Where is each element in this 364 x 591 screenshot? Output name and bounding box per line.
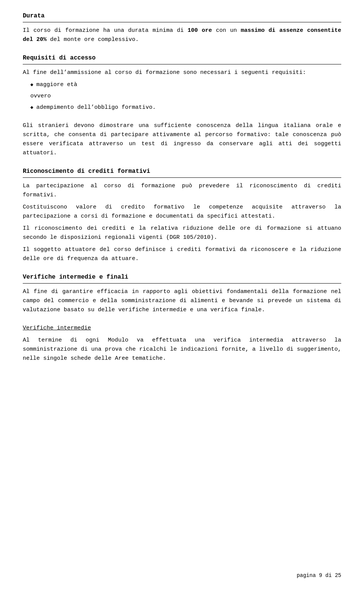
durata-text-2: con un <box>212 27 241 34</box>
requisiti-item-2-text: adempimento dell’obbligo formativo. <box>36 103 156 112</box>
footer-text: pagina 9 di 25 <box>297 572 341 578</box>
requisiti-list: ◆ maggiore età <box>30 80 341 89</box>
stranieri-paragraph: Gli stranieri devono dimostrare una suff… <box>23 121 341 158</box>
durata-text-3: del monte ore complessivo. <box>47 36 139 43</box>
page-footer: pagina 9 di 25 <box>297 572 341 580</box>
verifiche-intermedie-section: Verifiche intermedie Al termine di ogni … <box>23 324 341 363</box>
requisiti-item-1: ◆ maggiore età <box>30 80 341 89</box>
verifiche-intermedie-body: Verifiche intermedie Al termine di ogni … <box>23 324 341 363</box>
diamond-icon-2: ◆ <box>30 104 33 112</box>
ovvero-block: ovvero <box>30 92 341 101</box>
diamond-icon-1: ◆ <box>30 81 33 89</box>
stranieri-section: Gli stranieri devono dimostrare una suff… <box>23 121 341 158</box>
requisiti-body: Al fine dell’ammissione al corso di form… <box>23 68 341 112</box>
durata-section: Durata Il corso di formazione ha una dur… <box>23 11 341 44</box>
crediti-paragraph-1: La partecipazione al corso di formazione… <box>23 182 341 200</box>
requisiti-section: Requisiti di accesso Al fine dell’ammiss… <box>23 53 341 112</box>
durata-bold-hours: 100 ore <box>188 27 212 34</box>
requisiti-intro: Al fine dell’ammissione al corso di form… <box>23 68 341 77</box>
requisiti-item-2: ◆ adempimento dell’obbligo formativo. <box>30 103 341 112</box>
crediti-section: Riconoscimento di crediti formativi La p… <box>23 167 341 263</box>
crediti-paragraph-4: Il soggetto attuatore del corso definisc… <box>23 245 341 263</box>
verifiche-paragraph: Al fine di garantire efficacia in rappor… <box>23 287 341 315</box>
requisiti-item-1-text: maggiore età <box>36 80 77 89</box>
verifiche-intermedie-paragraph: Al termine di ogni Modulo va effettuata … <box>23 336 341 363</box>
verifiche-section: Verifiche intermedie e finali Al fine di… <box>23 273 341 315</box>
durata-title: Durata <box>23 11 341 22</box>
crediti-body: La partecipazione al corso di formazione… <box>23 182 341 263</box>
durata-paragraph: Il corso di formazione ha una durata min… <box>23 26 341 44</box>
crediti-paragraph-3: Il riconoscimento dei crediti e la relat… <box>23 224 341 242</box>
requisiti-title: Requisiti di accesso <box>23 53 341 64</box>
ovvero-text: ovvero <box>30 93 51 99</box>
verifiche-body: Al fine di garantire efficacia in rappor… <box>23 287 341 315</box>
verifiche-title: Verifiche intermedie e finali <box>23 273 341 284</box>
crediti-paragraph-2: Costituiscono valore di credito formativ… <box>23 203 341 221</box>
durata-text-1: Il corso di formazione ha una durata min… <box>23 27 188 34</box>
stranieri-body: Gli stranieri devono dimostrare una suff… <box>23 121 341 158</box>
crediti-title: Riconoscimento di crediti formativi <box>23 167 341 178</box>
requisiti-list-2: ◆ adempimento dell’obbligo formativo. <box>30 103 341 112</box>
durata-body: Il corso di formazione ha una durata min… <box>23 26 341 44</box>
verifiche-intermedie-subtitle: Verifiche intermedie <box>23 325 91 331</box>
